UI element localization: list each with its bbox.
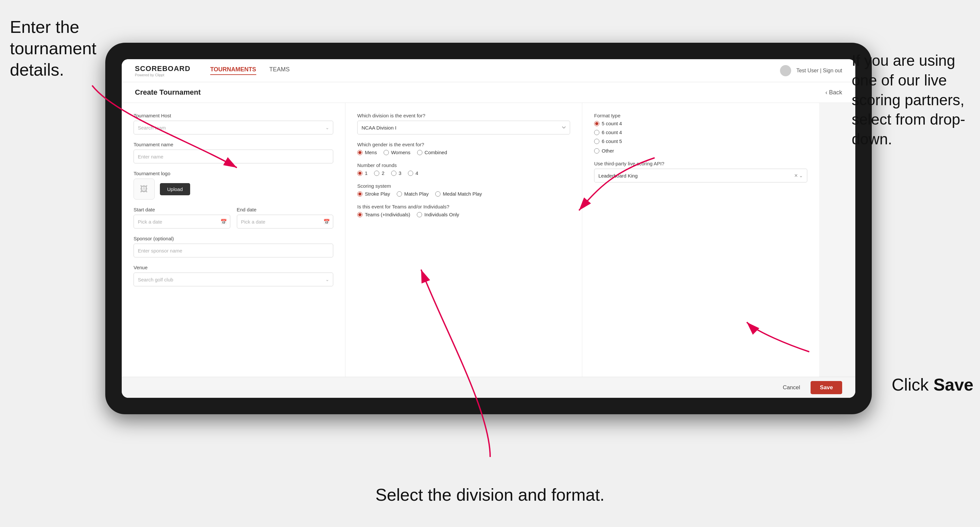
user-info[interactable]: Test User | Sign out bbox=[796, 68, 842, 74]
event-individuals[interactable]: Individuals Only bbox=[417, 212, 459, 217]
start-date-field: Start date 📅 bbox=[134, 207, 230, 229]
format-other-radio[interactable] bbox=[594, 148, 600, 154]
format-6count4-radio[interactable] bbox=[594, 130, 600, 135]
venue-label: Venue bbox=[134, 265, 333, 270]
end-date-field: End date 📅 bbox=[237, 207, 334, 229]
rounds-field: Number of rounds 1 2 bbox=[357, 162, 570, 176]
tablet-frame: SCOREBOARD Powered by Clippt TOURNAMENTS… bbox=[105, 43, 872, 414]
tournament-host-input[interactable] bbox=[134, 121, 333, 135]
scoring-medal-match-play-radio[interactable] bbox=[435, 191, 441, 197]
rounds-4[interactable]: 4 bbox=[408, 170, 418, 176]
upload-button[interactable]: Upload bbox=[160, 183, 190, 195]
save-button[interactable]: Save bbox=[811, 381, 842, 394]
start-date-label: Start date bbox=[134, 207, 230, 213]
nav-links: TOURNAMENTS TEAMS bbox=[210, 66, 780, 75]
gender-field: Which gender is the event for? Mens Wome… bbox=[357, 142, 570, 155]
gender-womens-radio[interactable] bbox=[383, 150, 389, 155]
tournament-host-field: Tournament Host ⌄ bbox=[134, 113, 333, 135]
tournament-logo-label: Tournament logo bbox=[134, 171, 333, 176]
gender-combined-radio[interactable] bbox=[417, 150, 422, 155]
annotation-top-left: Enter the tournament details. bbox=[10, 16, 115, 81]
format-5count4-radio[interactable] bbox=[594, 121, 600, 126]
tournament-host-input-wrap: ⌄ bbox=[134, 121, 333, 135]
nav-logo: SCOREBOARD Powered by Clippt bbox=[135, 64, 191, 77]
gender-mens[interactable]: Mens bbox=[357, 149, 377, 155]
rounds-3[interactable]: 3 bbox=[391, 170, 401, 176]
sponsor-input[interactable] bbox=[134, 244, 333, 257]
rounds-1-radio[interactable] bbox=[357, 171, 363, 176]
format-5count4[interactable]: 5 count 4 bbox=[594, 121, 622, 126]
logo-upload-area: 🖼 Upload bbox=[134, 178, 333, 200]
format-6count4[interactable]: 6 count 4 bbox=[594, 130, 622, 135]
tournament-host-label: Tournament Host bbox=[134, 113, 333, 118]
format-options-group: 5 count 4 6 count 4 bbox=[594, 121, 807, 144]
tournament-name-field: Tournament name bbox=[134, 142, 333, 163]
division-label: Which division is the event for? bbox=[357, 113, 570, 118]
rounds-2[interactable]: 2 bbox=[374, 170, 384, 176]
gender-combined[interactable]: Combined bbox=[417, 149, 447, 155]
nav-user-area: Test User | Sign out bbox=[780, 65, 842, 76]
back-link[interactable]: ‹ Back bbox=[826, 89, 842, 96]
api-close-icon[interactable]: × bbox=[794, 172, 798, 179]
event-for-radio-group: Teams (+Individuals) Individuals Only bbox=[357, 212, 570, 217]
tournament-name-label: Tournament name bbox=[134, 142, 333, 147]
venue-field: Venue ⌄ bbox=[134, 265, 333, 286]
logo-placeholder-icon: 🖼 bbox=[134, 178, 154, 200]
format-6count5[interactable]: 6 count 5 bbox=[594, 138, 622, 144]
venue-chevron-icon: ⌄ bbox=[325, 277, 329, 282]
event-teams[interactable]: Teams (+Individuals) bbox=[357, 212, 410, 217]
rounds-1[interactable]: 1 bbox=[357, 170, 368, 176]
scoring-radio-group: Stroke Play Match Play Medal Match Play bbox=[357, 191, 570, 197]
rounds-label: Number of rounds bbox=[357, 162, 570, 168]
format-row-6count5: 6 count 5 bbox=[594, 138, 807, 144]
scoring-match-play[interactable]: Match Play bbox=[397, 191, 429, 197]
api-value: Leaderboard King bbox=[598, 173, 794, 178]
nav-tournaments[interactable]: TOURNAMENTS bbox=[210, 66, 256, 75]
logo-title: SCOREBOARD bbox=[135, 64, 191, 73]
venue-input-wrap: ⌄ bbox=[134, 273, 333, 286]
date-row: Start date 📅 End date 📅 bbox=[134, 207, 333, 229]
annotation-top-right: If you are using one of our live scoring… bbox=[852, 51, 977, 149]
form-left-column: Tournament Host ⌄ Tournament name Tourna… bbox=[122, 103, 345, 377]
api-field: Use third-party live scoring API? Leader… bbox=[594, 161, 807, 183]
scoring-label: Scoring system bbox=[357, 183, 570, 189]
gender-mens-radio[interactable] bbox=[357, 150, 363, 155]
venue-input[interactable] bbox=[134, 273, 333, 286]
format-other[interactable]: Other bbox=[594, 148, 807, 154]
api-select[interactable]: Leaderboard King × ⌄ bbox=[594, 169, 807, 183]
end-date-input[interactable] bbox=[237, 215, 334, 229]
scoring-medal-match-play[interactable]: Medal Match Play bbox=[435, 191, 482, 197]
gender-label: Which gender is the event for? bbox=[357, 142, 570, 147]
tablet-screen: SCOREBOARD Powered by Clippt TOURNAMENTS… bbox=[122, 59, 855, 398]
form-right-column: Format type 5 count 4 bbox=[582, 103, 819, 377]
form-footer: Cancel Save bbox=[122, 377, 855, 398]
nav-teams[interactable]: TEAMS bbox=[269, 66, 290, 75]
api-expand-icon[interactable]: ⌄ bbox=[799, 173, 803, 178]
page-title: Create Tournament bbox=[135, 88, 200, 97]
gender-radio-group: Mens Womens Combined bbox=[357, 149, 570, 155]
rounds-2-radio[interactable] bbox=[374, 171, 379, 176]
form-area: Tournament Host ⌄ Tournament name Tourna… bbox=[122, 103, 855, 377]
event-teams-radio[interactable] bbox=[357, 212, 363, 217]
start-date-input[interactable] bbox=[134, 215, 230, 229]
format-type-field: Format type 5 count 4 bbox=[594, 113, 807, 154]
scoring-stroke-play[interactable]: Stroke Play bbox=[357, 191, 390, 197]
host-chevron-icon: ⌄ bbox=[325, 125, 329, 130]
format-type-label: Format type bbox=[594, 113, 807, 118]
scoring-stroke-play-radio[interactable] bbox=[357, 191, 363, 197]
rounds-3-radio[interactable] bbox=[391, 171, 396, 176]
cancel-button[interactable]: Cancel bbox=[777, 381, 805, 394]
page-header: Create Tournament ‹ Back bbox=[122, 82, 855, 103]
main-content: Create Tournament ‹ Back Tournament Host… bbox=[122, 82, 855, 398]
format-row-5count4: 5 count 4 bbox=[594, 121, 807, 126]
rounds-4-radio[interactable] bbox=[408, 171, 413, 176]
annotation-bottom-center: Select the division and format. bbox=[375, 484, 605, 506]
gender-womens[interactable]: Womens bbox=[383, 149, 410, 155]
scoring-field: Scoring system Stroke Play Match Play bbox=[357, 183, 570, 197]
event-individuals-radio[interactable] bbox=[417, 212, 422, 217]
format-6count5-radio[interactable] bbox=[594, 139, 600, 144]
tournament-name-input[interactable] bbox=[134, 149, 333, 163]
division-select[interactable]: NCAA Division I bbox=[357, 121, 570, 135]
scoring-match-play-radio[interactable] bbox=[397, 191, 402, 197]
navbar: SCOREBOARD Powered by Clippt TOURNAMENTS… bbox=[122, 59, 855, 82]
